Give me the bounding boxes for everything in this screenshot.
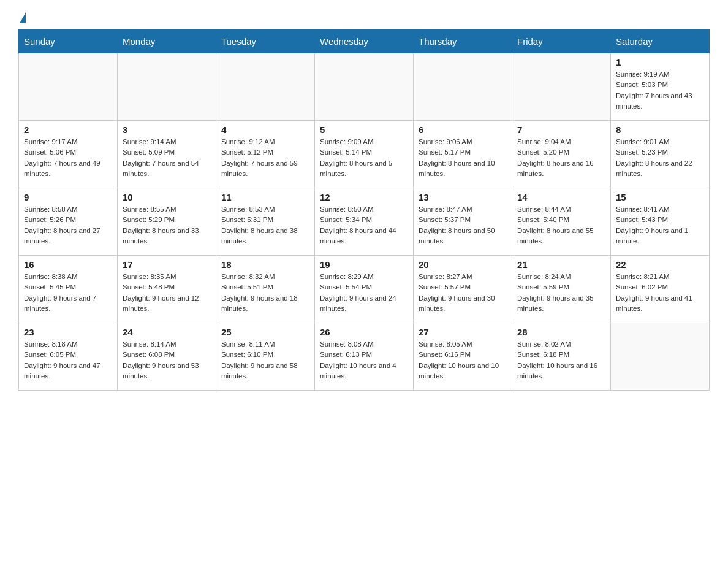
calendar-cell: 13Sunrise: 8:47 AMSunset: 5:37 PMDayligh… — [414, 188, 512, 256]
day-number: 21 — [517, 259, 605, 270]
col-wednesday: Wednesday — [315, 30, 414, 53]
calendar-cell: 20Sunrise: 8:27 AMSunset: 5:57 PMDayligh… — [414, 256, 512, 323]
day-info: Sunrise: 8:21 AMSunset: 6:02 PMDaylight:… — [616, 272, 704, 314]
calendar-cell: 6Sunrise: 9:06 AMSunset: 5:17 PMDaylight… — [414, 121, 512, 188]
logo-triangle-icon — [20, 12, 26, 23]
day-info: Sunrise: 8:58 AMSunset: 5:26 PMDaylight:… — [24, 204, 112, 247]
calendar-cell: 28Sunrise: 8:02 AMSunset: 6:18 PMDayligh… — [512, 323, 611, 391]
calendar-cell: 23Sunrise: 8:18 AMSunset: 6:05 PMDayligh… — [19, 323, 118, 391]
day-info: Sunrise: 8:05 AMSunset: 6:16 PMDaylight:… — [419, 339, 507, 381]
day-number: 15 — [616, 192, 704, 202]
calendar-cell: 25Sunrise: 8:11 AMSunset: 6:10 PMDayligh… — [216, 323, 315, 391]
calendar-cell: 24Sunrise: 8:14 AMSunset: 6:08 PMDayligh… — [118, 323, 216, 391]
day-number: 22 — [616, 259, 704, 270]
day-info: Sunrise: 8:27 AMSunset: 5:57 PMDaylight:… — [419, 272, 507, 314]
day-info: Sunrise: 9:19 AMSunset: 5:03 PMDaylight:… — [616, 69, 704, 112]
calendar-cell — [611, 323, 710, 391]
day-number: 10 — [123, 192, 211, 202]
calendar-cell: 18Sunrise: 8:32 AMSunset: 5:51 PMDayligh… — [216, 256, 315, 323]
calendar-week-row: 9Sunrise: 8:58 AMSunset: 5:26 PMDaylight… — [19, 188, 710, 256]
day-number: 3 — [123, 124, 211, 135]
day-info: Sunrise: 8:32 AMSunset: 5:51 PMDaylight:… — [221, 272, 309, 314]
day-number: 4 — [221, 124, 309, 135]
calendar-cell: 22Sunrise: 8:21 AMSunset: 6:02 PMDayligh… — [611, 256, 710, 323]
calendar-week-row: 2Sunrise: 9:17 AMSunset: 5:06 PMDaylight… — [19, 121, 710, 188]
calendar-cell: 11Sunrise: 8:53 AMSunset: 5:31 PMDayligh… — [216, 188, 315, 256]
calendar-cell: 3Sunrise: 9:14 AMSunset: 5:09 PMDaylight… — [118, 121, 216, 188]
day-number: 6 — [419, 124, 507, 135]
day-number: 14 — [517, 192, 605, 202]
calendar-cell: 21Sunrise: 8:24 AMSunset: 5:59 PMDayligh… — [512, 256, 611, 323]
calendar-cell — [512, 53, 611, 121]
day-info: Sunrise: 8:41 AMSunset: 5:43 PMDaylight:… — [616, 204, 704, 247]
day-number: 23 — [24, 327, 112, 337]
calendar-cell: 5Sunrise: 9:09 AMSunset: 5:14 PMDaylight… — [315, 121, 414, 188]
day-info: Sunrise: 8:29 AMSunset: 5:54 PMDaylight:… — [320, 272, 408, 314]
calendar-cell: 10Sunrise: 8:55 AMSunset: 5:29 PMDayligh… — [118, 188, 216, 256]
calendar-cell: 15Sunrise: 8:41 AMSunset: 5:43 PMDayligh… — [611, 188, 710, 256]
day-info: Sunrise: 8:35 AMSunset: 5:48 PMDaylight:… — [123, 272, 211, 314]
calendar-cell: 14Sunrise: 8:44 AMSunset: 5:40 PMDayligh… — [512, 188, 611, 256]
day-number: 8 — [616, 124, 704, 135]
day-info: Sunrise: 8:53 AMSunset: 5:31 PMDaylight:… — [221, 204, 309, 247]
calendar-cell: 19Sunrise: 8:29 AMSunset: 5:54 PMDayligh… — [315, 256, 414, 323]
day-info: Sunrise: 8:08 AMSunset: 6:13 PMDaylight:… — [320, 339, 408, 381]
day-info: Sunrise: 9:06 AMSunset: 5:17 PMDaylight:… — [419, 137, 507, 179]
calendar-cell — [118, 53, 216, 121]
day-info: Sunrise: 8:02 AMSunset: 6:18 PMDaylight:… — [517, 339, 605, 381]
weekday-header-row: Sunday Monday Tuesday Wednesday Thursday… — [19, 30, 710, 53]
calendar-cell: 26Sunrise: 8:08 AMSunset: 6:13 PMDayligh… — [315, 323, 414, 391]
calendar-cell — [414, 53, 512, 121]
day-number: 9 — [24, 192, 112, 202]
day-number: 20 — [419, 259, 507, 270]
day-number: 16 — [24, 259, 112, 270]
day-number: 26 — [320, 327, 408, 337]
day-number: 18 — [221, 259, 309, 270]
calendar-cell: 4Sunrise: 9:12 AMSunset: 5:12 PMDaylight… — [216, 121, 315, 188]
day-info: Sunrise: 8:44 AMSunset: 5:40 PMDaylight:… — [517, 204, 605, 247]
col-thursday: Thursday — [414, 30, 512, 53]
day-number: 1 — [616, 57, 704, 67]
col-monday: Monday — [118, 30, 216, 53]
calendar-cell: 8Sunrise: 9:01 AMSunset: 5:23 PMDaylight… — [611, 121, 710, 188]
calendar-cell: 1Sunrise: 9:19 AMSunset: 5:03 PMDaylight… — [611, 53, 710, 121]
day-info: Sunrise: 8:11 AMSunset: 6:10 PMDaylight:… — [221, 339, 309, 381]
calendar-cell: 17Sunrise: 8:35 AMSunset: 5:48 PMDayligh… — [118, 256, 216, 323]
calendar-cell — [216, 53, 315, 121]
calendar-cell: 9Sunrise: 8:58 AMSunset: 5:26 PMDaylight… — [19, 188, 118, 256]
day-info: Sunrise: 8:24 AMSunset: 5:59 PMDaylight:… — [517, 272, 605, 314]
day-info: Sunrise: 9:14 AMSunset: 5:09 PMDaylight:… — [123, 137, 211, 179]
day-info: Sunrise: 8:55 AMSunset: 5:29 PMDaylight:… — [123, 204, 211, 247]
col-tuesday: Tuesday — [216, 30, 315, 53]
calendar-cell: 27Sunrise: 8:05 AMSunset: 6:16 PMDayligh… — [414, 323, 512, 391]
calendar-cell: 7Sunrise: 9:04 AMSunset: 5:20 PMDaylight… — [512, 121, 611, 188]
day-number: 24 — [123, 327, 211, 337]
day-info: Sunrise: 9:09 AMSunset: 5:14 PMDaylight:… — [320, 137, 408, 179]
calendar-week-row: 16Sunrise: 8:38 AMSunset: 5:45 PMDayligh… — [19, 256, 710, 323]
day-number: 2 — [24, 124, 112, 135]
day-number: 7 — [517, 124, 605, 135]
day-info: Sunrise: 8:14 AMSunset: 6:08 PMDaylight:… — [123, 339, 211, 381]
day-number: 28 — [517, 327, 605, 337]
day-number: 13 — [419, 192, 507, 202]
page-header — [18, 12, 710, 23]
calendar-week-row: 1Sunrise: 9:19 AMSunset: 5:03 PMDaylight… — [19, 53, 710, 121]
calendar-week-row: 23Sunrise: 8:18 AMSunset: 6:05 PMDayligh… — [19, 323, 710, 391]
calendar-cell — [19, 53, 118, 121]
day-number: 5 — [320, 124, 408, 135]
day-number: 11 — [221, 192, 309, 202]
col-saturday: Saturday — [611, 30, 710, 53]
col-sunday: Sunday — [19, 30, 118, 53]
day-info: Sunrise: 8:38 AMSunset: 5:45 PMDaylight:… — [24, 272, 112, 314]
calendar-table: Sunday Monday Tuesday Wednesday Thursday… — [18, 29, 710, 391]
day-info: Sunrise: 8:50 AMSunset: 5:34 PMDaylight:… — [320, 204, 408, 247]
day-number: 12 — [320, 192, 408, 202]
calendar-cell: 2Sunrise: 9:17 AMSunset: 5:06 PMDaylight… — [19, 121, 118, 188]
calendar-cell: 16Sunrise: 8:38 AMSunset: 5:45 PMDayligh… — [19, 256, 118, 323]
day-info: Sunrise: 9:04 AMSunset: 5:20 PMDaylight:… — [517, 137, 605, 179]
day-number: 17 — [123, 259, 211, 270]
day-info: Sunrise: 9:12 AMSunset: 5:12 PMDaylight:… — [221, 137, 309, 179]
day-number: 27 — [419, 327, 507, 337]
calendar-cell: 12Sunrise: 8:50 AMSunset: 5:34 PMDayligh… — [315, 188, 414, 256]
day-info: Sunrise: 9:17 AMSunset: 5:06 PMDaylight:… — [24, 137, 112, 179]
